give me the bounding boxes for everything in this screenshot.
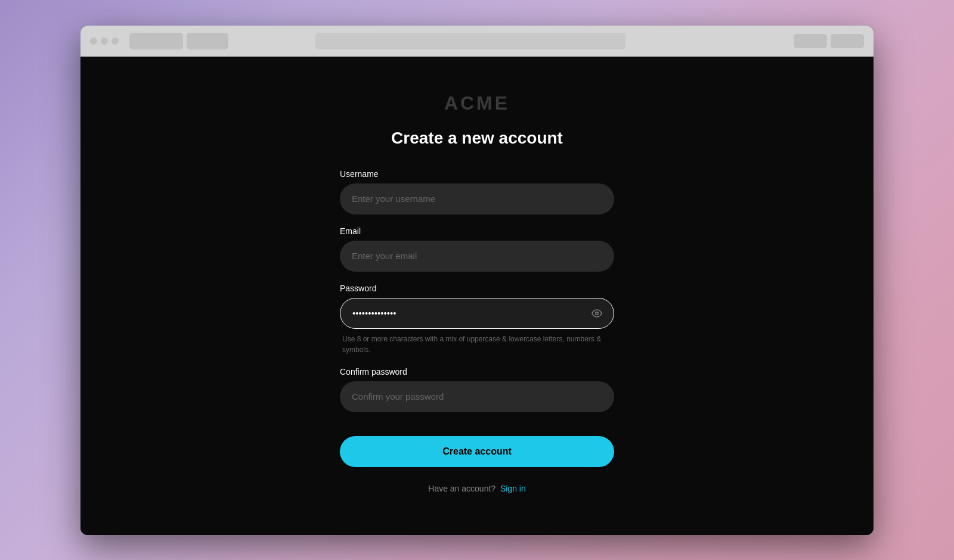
- svg-point-0: [596, 312, 599, 315]
- browser-actions: [794, 34, 864, 48]
- signin-link-text: Have an account? Sign in: [428, 484, 525, 493]
- eye-icon: [591, 308, 602, 319]
- browser-chrome: [80, 26, 874, 57]
- password-input[interactable]: [340, 298, 614, 329]
- signup-form: Username Email Password: [340, 169, 614, 467]
- browser-action-btn-1[interactable]: [794, 34, 827, 48]
- password-field-group: Password Use 8 or more characters with a…: [340, 284, 614, 355]
- password-input-wrapper: [340, 298, 614, 329]
- email-field-group: Email: [340, 226, 614, 272]
- email-input[interactable]: [340, 241, 614, 272]
- browser-content: ACME Create a new account Username Email: [80, 57, 874, 535]
- browser-tab[interactable]: [187, 33, 228, 49]
- traffic-light-close[interactable]: [90, 38, 97, 45]
- traffic-lights: [90, 38, 119, 45]
- create-account-button[interactable]: Create account: [340, 436, 614, 467]
- username-label: Username: [340, 169, 614, 179]
- traffic-light-minimize[interactable]: [101, 38, 108, 45]
- password-hint: Use 8 or more characters with a mix of u…: [340, 334, 614, 355]
- signin-link[interactable]: Sign in: [500, 484, 526, 493]
- browser-tab-active[interactable]: [129, 33, 183, 49]
- address-bar[interactable]: [315, 33, 625, 49]
- app-logo: ACME: [444, 92, 510, 114]
- email-input-wrapper: [340, 241, 614, 272]
- traffic-light-maximize[interactable]: [111, 38, 119, 45]
- browser-tabs: [129, 33, 228, 49]
- email-label: Email: [340, 226, 614, 236]
- username-field-group: Username: [340, 169, 614, 214]
- confirm-password-input-wrapper: [340, 381, 614, 412]
- browser-window: ACME Create a new account Username Email: [80, 26, 874, 535]
- username-input[interactable]: [340, 183, 614, 214]
- confirm-password-input[interactable]: [340, 381, 614, 412]
- confirm-password-label: Confirm password: [340, 367, 614, 377]
- signin-prompt: Have an account?: [428, 484, 495, 493]
- password-toggle-button[interactable]: [589, 306, 605, 321]
- signup-container: ACME Create a new account Username Email: [340, 69, 614, 523]
- password-label: Password: [340, 284, 614, 293]
- page-title: Create a new account: [391, 129, 563, 148]
- browser-action-btn-2[interactable]: [831, 34, 864, 48]
- username-input-wrapper: [340, 183, 614, 214]
- confirm-password-field-group: Confirm password: [340, 367, 614, 412]
